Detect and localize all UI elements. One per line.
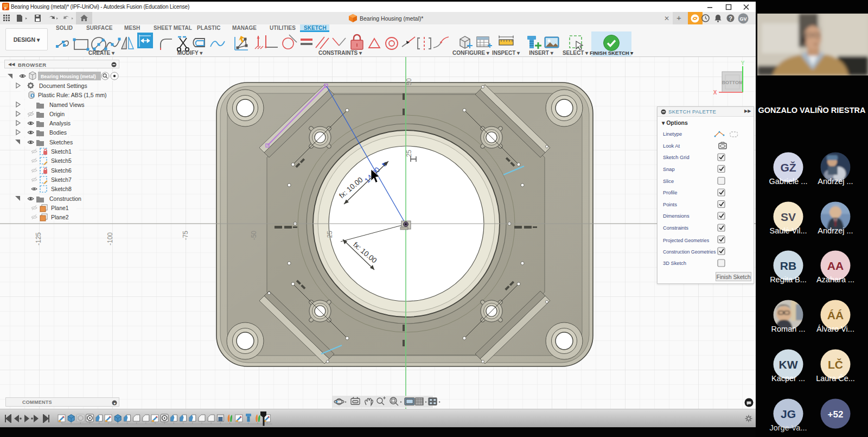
svg-text:X: X: [713, 90, 717, 96]
svg-text:Bearing Housing (metal): Bearing Housing (metal): [41, 74, 96, 79]
svg-text:50: 50: [405, 78, 413, 86]
svg-text:F: F: [4, 6, 7, 11]
svg-text:Roman ...: Roman ...: [771, 325, 806, 333]
svg-text:Construction: Construction: [49, 195, 81, 202]
svg-text:ÁÁ: ÁÁ: [827, 309, 844, 321]
svg-text:JG: JG: [781, 408, 796, 420]
svg-text:Sketch7: Sketch7: [51, 176, 72, 183]
svg-text:Regita B...: Regita B...: [770, 275, 807, 284]
svg-text:KW: KW: [779, 358, 798, 371]
svg-text:Sketch8: Sketch8: [51, 186, 72, 192]
svg-text:25: 25: [405, 150, 413, 157]
svg-text:Laura Če...: Laura Če...: [816, 374, 855, 383]
svg-text:Gabrielė ...: Gabrielė ...: [769, 177, 808, 186]
svg-text:Saulė Vil...: Saulė Vil...: [769, 226, 807, 235]
svg-text:Analysis: Analysis: [49, 120, 71, 126]
svg-text:+52: +52: [828, 409, 844, 420]
svg-text:AA: AA: [827, 259, 844, 272]
svg-text:Andrzej ...: Andrzej ...: [818, 226, 853, 235]
svg-text:Document Settings: Document Settings: [39, 83, 87, 89]
svg-text:Plane2: Plane2: [51, 214, 69, 220]
svg-text:Named Views: Named Views: [49, 102, 85, 108]
svg-text:BOTTOM: BOTTOM: [722, 80, 743, 85]
svg-text:Sketches: Sketches: [49, 139, 73, 145]
svg-text:?: ?: [729, 15, 732, 22]
svg-text:Bodies: Bodies: [49, 129, 67, 136]
svg-text:-75: -75: [182, 231, 189, 240]
svg-text:●: ●: [113, 401, 116, 404]
svg-text:RB: RB: [780, 259, 796, 272]
svg-text:SV: SV: [781, 211, 796, 223]
svg-text:Jorge Va...: Jorge Va...: [769, 423, 807, 432]
svg-text:Plastic Rule: ABS (1,5 mm): Plastic Rule: ABS (1,5 mm): [38, 92, 107, 98]
svg-text:Sketch1: Sketch1: [51, 148, 72, 155]
svg-text:Sketch6: Sketch6: [51, 167, 72, 174]
svg-text:Azahara ...: Azahara ...: [816, 275, 854, 284]
svg-text:Álvaro Vi...: Álvaro Vi...: [816, 325, 854, 333]
svg-text:Y: Y: [741, 60, 745, 66]
svg-text:Kacper ...: Kacper ...: [771, 374, 805, 383]
svg-text:-50: -50: [250, 231, 258, 240]
svg-text:Plane1: Plane1: [51, 205, 69, 211]
svg-text:GŽ: GŽ: [780, 161, 796, 174]
svg-text:-25: -25: [326, 231, 334, 240]
svg-text:Sketch5: Sketch5: [51, 157, 72, 164]
svg-text:Andrzej ...: Andrzej ...: [818, 177, 853, 186]
svg-text:GV: GV: [739, 16, 746, 22]
svg-text:LČ: LČ: [828, 358, 843, 371]
svg-text:Origin: Origin: [49, 111, 65, 117]
